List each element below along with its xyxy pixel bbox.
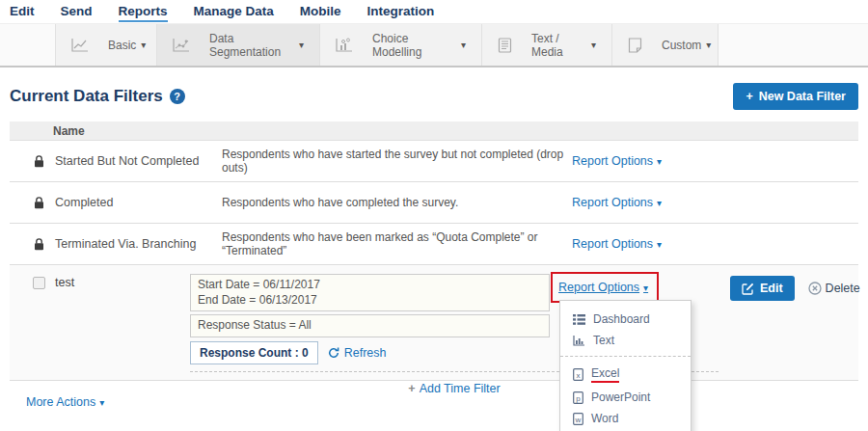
tab-text-media[interactable]: Text / Media ▾ xyxy=(482,24,612,66)
pencil-icon xyxy=(742,283,754,295)
bubble-chart-icon xyxy=(336,38,353,52)
table-header: Name xyxy=(10,121,858,141)
menu-item-reports[interactable]: Reports xyxy=(119,4,168,22)
help-icon[interactable]: ? xyxy=(170,89,185,104)
page-title: Current Data Filters xyxy=(10,87,163,106)
report-options-link[interactable]: Report Options▾ xyxy=(572,154,858,168)
annotation-red-underline: Excel xyxy=(591,366,619,383)
chevron-down-icon: ▾ xyxy=(141,40,146,50)
add-time-filter-link[interactable]: +Add Time Filter xyxy=(408,382,500,395)
tab-label: Text / Media xyxy=(531,32,586,59)
chevron-down-icon: ▾ xyxy=(591,40,596,50)
edit-label: Edit xyxy=(760,282,783,295)
filter-description: Respondents who have been marked as “Quo… xyxy=(222,230,572,257)
bar-chart-icon xyxy=(573,336,585,346)
more-actions-link[interactable]: More Actions▾ xyxy=(26,395,104,409)
report-options-dropdown: Dashboard Text x Excel p PowerPoint w Wo… xyxy=(559,300,692,431)
chevron-down-icon: ▾ xyxy=(657,198,662,208)
dropdown-item-text[interactable]: Text xyxy=(560,330,691,351)
delete-label: Delete xyxy=(826,282,860,295)
table-row: Started But Not Completed Respondents wh… xyxy=(10,141,858,182)
response-count-badge: Response Count : 0 xyxy=(190,341,318,364)
chevron-down-icon: ▾ xyxy=(643,283,648,293)
tab-label: Custom xyxy=(662,39,701,52)
edit-button[interactable]: Edit xyxy=(730,276,795,301)
table-row: Terminated Via. Branching Respondents wh… xyxy=(10,224,858,265)
tab-basic[interactable]: Basic ▾ xyxy=(55,24,157,66)
row-checkbox[interactable] xyxy=(33,277,45,289)
table-row: Completed Respondents who have completed… xyxy=(10,182,858,224)
document-text-icon xyxy=(498,38,512,53)
svg-text:x: x xyxy=(577,371,581,380)
tab-custom[interactable]: Custom ▾ xyxy=(612,24,719,66)
chevron-down-icon: ▾ xyxy=(299,40,304,50)
filter-criteria: Start Date = 06/11/2017 End Date = 06/13… xyxy=(190,274,550,364)
menu-item-edit[interactable]: Edit xyxy=(10,4,35,20)
menu-item-send[interactable]: Send xyxy=(61,4,93,20)
menu-item-mobile[interactable]: Mobile xyxy=(300,4,341,20)
date-range-box: Start Date = 06/11/2017 End Date = 06/13… xyxy=(190,274,550,311)
dropdown-item-excel[interactable]: x Excel xyxy=(560,363,691,387)
new-data-filter-button[interactable]: + New Data Filter xyxy=(733,83,858,110)
report-options-link[interactable]: Report Options▾ xyxy=(572,237,858,251)
svg-text:p: p xyxy=(576,393,581,402)
tab-label: Data Segmentation xyxy=(209,32,294,59)
filter-description: Respondents who have completed the surve… xyxy=(222,196,572,209)
lock-icon xyxy=(34,238,55,251)
end-date-value: End Date = 06/13/2017 xyxy=(198,293,542,309)
chevron-down-icon: ▾ xyxy=(657,239,662,250)
tab-label: Choice Modelling xyxy=(372,32,456,59)
filter-name: Started But Not Completed xyxy=(55,154,222,168)
report-options-link-test[interactable]: Report Options▾ xyxy=(558,281,648,294)
tab-label: Basic xyxy=(108,39,136,52)
dashboard-list-icon xyxy=(573,314,585,325)
lock-icon xyxy=(34,197,55,209)
powerpoint-file-icon: p xyxy=(573,391,583,404)
refresh-icon xyxy=(328,347,339,359)
column-header-name: Name xyxy=(53,124,85,138)
response-status-box: Response Status = All xyxy=(190,314,550,337)
dropdown-item-powerpoint[interactable]: p PowerPoint xyxy=(560,387,691,408)
svg-text:w: w xyxy=(575,415,582,423)
plus-icon: + xyxy=(746,90,752,103)
table-row-test: test Start Date = 06/11/2017 End Date = … xyxy=(10,265,858,381)
response-status-value: Response Status = All xyxy=(198,318,542,334)
dropdown-separator xyxy=(560,356,691,357)
top-menu: Edit Send Reports Manage Data Mobile Int… xyxy=(0,0,868,23)
menu-item-integration[interactable]: Integration xyxy=(367,4,435,20)
tab-data-segmentation[interactable]: Data Segmentation ▾ xyxy=(157,24,320,66)
chevron-down-icon: ▾ xyxy=(657,156,662,167)
report-options-link[interactable]: Report Options▾ xyxy=(572,196,858,209)
chevron-down-icon: ▾ xyxy=(99,397,104,408)
lock-icon xyxy=(34,155,55,168)
plus-icon: + xyxy=(408,382,415,395)
tab-choice-modelling[interactable]: Choice Modelling ▾ xyxy=(320,24,482,66)
scatter-chart-icon xyxy=(173,38,190,52)
report-type-tabs: Basic ▾ Data Segmentation ▾ Choice Model… xyxy=(0,23,868,67)
filter-name: Terminated Via. Branching xyxy=(55,237,222,251)
start-date-value: Start Date = 06/11/2017 xyxy=(198,278,542,293)
new-data-filter-label: New Data Filter xyxy=(759,90,846,103)
line-chart-icon xyxy=(71,38,89,52)
delete-button[interactable]: Delete xyxy=(808,282,860,295)
filter-name: Completed xyxy=(55,196,222,209)
filter-name: test xyxy=(55,274,190,289)
filter-description: Respondents who have started the survey … xyxy=(222,148,572,175)
dropdown-item-dashboard[interactable]: Dashboard xyxy=(560,309,691,330)
chevron-down-icon: ▾ xyxy=(461,40,466,50)
page-header: Current Data Filters ? + New Data Filter xyxy=(10,83,858,110)
chevron-down-icon: ▾ xyxy=(706,40,711,50)
custom-page-icon xyxy=(628,38,642,53)
word-file-icon: w xyxy=(573,413,583,425)
circle-x-icon xyxy=(808,282,822,295)
excel-file-icon: x xyxy=(573,368,583,381)
annotation-red-box: Report Options▾ xyxy=(551,272,659,303)
menu-item-manage-data[interactable]: Manage Data xyxy=(194,4,274,20)
dropdown-item-word[interactable]: w Word xyxy=(560,408,691,429)
refresh-link[interactable]: Refresh xyxy=(328,346,387,360)
